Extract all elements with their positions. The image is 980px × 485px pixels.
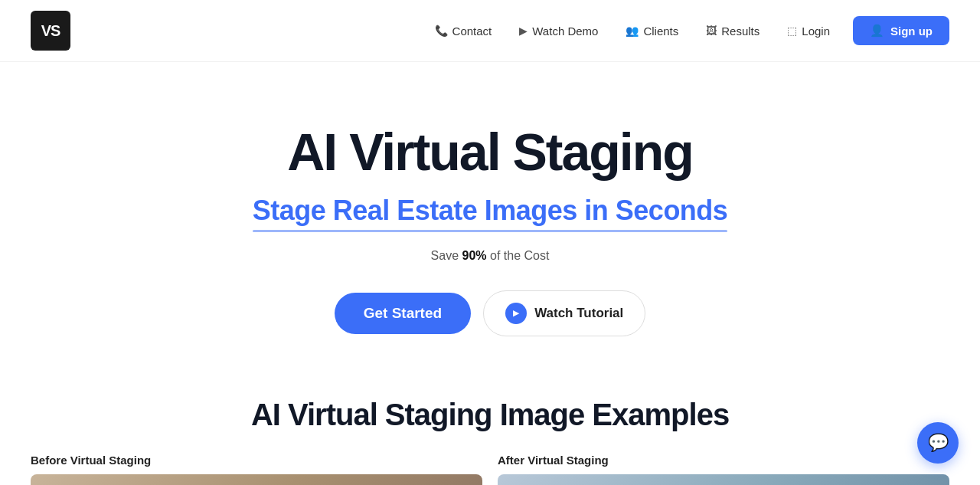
after-column: After Virtual Staging xyxy=(498,454,949,485)
clients-icon: 👥 xyxy=(626,25,639,37)
savings-pct: 90% xyxy=(462,249,487,262)
phone-icon: 📞 xyxy=(435,25,448,37)
signup-label: Sign up xyxy=(890,25,933,38)
hero-buttons: Get Started ▶ Watch Tutorial xyxy=(335,290,646,336)
watch-tutorial-label: Watch Tutorial xyxy=(534,306,623,321)
after-image xyxy=(498,474,949,485)
play-circle-icon: ▶ xyxy=(519,25,528,37)
watch-demo-label: Watch Demo xyxy=(532,25,598,38)
before-image xyxy=(31,474,482,485)
clients-link[interactable]: 👥 Clients xyxy=(615,18,689,44)
contact-link[interactable]: 📞 Contact xyxy=(424,18,503,44)
results-icon: 🖼 xyxy=(706,25,717,37)
results-label: Results xyxy=(721,25,760,38)
login-icon: ⬚ xyxy=(787,25,797,37)
before-column: Before Virtual Staging xyxy=(31,454,482,485)
savings-suffix: of the Cost xyxy=(487,249,550,262)
clients-label: Clients xyxy=(643,25,678,38)
get-started-button[interactable]: Get Started xyxy=(335,293,471,334)
examples-title: AI Virtual Staging Image Examples xyxy=(31,398,949,432)
watch-demo-link[interactable]: ▶ Watch Demo xyxy=(508,18,609,44)
contact-label: Contact xyxy=(452,25,492,38)
play-icon: ▶ xyxy=(505,303,527,324)
login-link[interactable]: ⬚ Login xyxy=(776,18,841,44)
chat-button[interactable]: 💬 xyxy=(917,422,959,464)
examples-grid: Before Virtual Staging After Virtual Sta… xyxy=(31,454,949,485)
hero-subtitle: Stage Real Estate Images in Seconds xyxy=(253,195,728,232)
nav-links: 📞 Contact ▶ Watch Demo 👥 Clients 🖼 Resul… xyxy=(424,16,949,45)
results-link[interactable]: 🖼 Results xyxy=(695,18,770,44)
logo[interactable]: VS xyxy=(31,11,70,51)
hero-title: AI Virtual Staging xyxy=(287,123,692,181)
chat-icon: 💬 xyxy=(928,433,949,453)
signup-icon: 👤 xyxy=(870,24,884,38)
savings-prefix: Save xyxy=(431,249,462,262)
hero-section: AI Virtual Staging Stage Real Estate Ima… xyxy=(0,62,980,375)
login-label: Login xyxy=(802,25,830,38)
before-label: Before Virtual Staging xyxy=(31,454,482,467)
hero-savings: Save 90% of the Cost xyxy=(431,249,550,263)
watch-tutorial-button[interactable]: ▶ Watch Tutorial xyxy=(483,290,645,336)
navbar: VS 📞 Contact ▶ Watch Demo 👥 Clients 🖼 Re… xyxy=(0,0,980,62)
examples-section: AI Virtual Staging Image Examples Before… xyxy=(0,375,980,485)
signup-button[interactable]: 👤 Sign up xyxy=(853,16,949,45)
after-label: After Virtual Staging xyxy=(498,454,949,467)
